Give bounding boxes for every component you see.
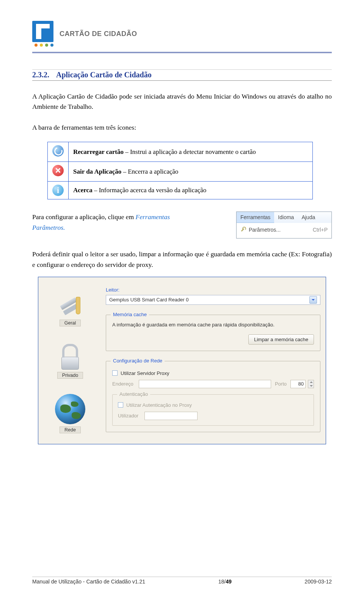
lock-icon (56, 342, 84, 370)
ferramentas-menu-screenshot: Ferramentas Idioma Ajuda Parâmetros... C… (236, 212, 332, 238)
footer-page-total: 49 (226, 579, 232, 585)
use-auth-checkbox[interactable] (118, 402, 123, 408)
icon-row-bold: Recarregar cartão (73, 148, 124, 155)
leitor-dropdown[interactable]: Gemplus USB Smart Card Reader 0 (106, 295, 320, 305)
intro-paragraph-1: A Aplicação Cartão de Cidadão pode ser i… (32, 91, 332, 112)
icon-row-text: Recarregar cartão – Instrui a aplicação … (69, 142, 313, 162)
menu-bar: Ferramentas Idioma Ajuda (237, 212, 331, 223)
cc-logo-dots-icon (35, 44, 53, 47)
icon-row-bold: Acerca (73, 187, 93, 194)
tab-geral[interactable]: Geral (44, 290, 97, 326)
menu-ajuda[interactable]: Ajuda (298, 212, 319, 223)
parametros-link-text: Parâmetros. (32, 224, 65, 231)
icon-row-bold: Sair da Aplicação (73, 168, 121, 175)
close-icon (52, 165, 64, 176)
footer-left: Manual de Utilização - Cartão de Cidadão… (32, 579, 145, 585)
menu-item-shortcut: Ctrl+P (313, 227, 328, 233)
configure-lead: Para configurar a aplicação, clique em (32, 213, 136, 221)
use-proxy-label: Utilizar Servidor Proxy (121, 370, 169, 376)
footer-date: 2009-03-12 (304, 579, 332, 585)
refresh-icon (52, 145, 64, 157)
header-logo-row: CARTÃO DE CIDADÃO (32, 21, 332, 47)
leitor-label: Leitor: (106, 287, 320, 293)
use-auth-label: Utilizar Autenticação no Proxy (126, 402, 192, 408)
wrench-icon (240, 227, 246, 232)
cache-groupbox: Memória cache A informação é guardada em… (106, 315, 320, 351)
auth-legend: Autenticação (117, 391, 150, 397)
menu-item-parametros[interactable]: Parâmetros... Ctrl+P (237, 225, 331, 234)
header-divider (32, 52, 332, 54)
leitor-value: Gemplus USB Smart Card Reader 0 (109, 297, 189, 303)
port-spinner[interactable] (308, 380, 314, 388)
icon-row-text: Acerca – Informação acerca da versão da … (69, 182, 313, 199)
chevron-down-icon[interactable] (309, 296, 317, 304)
section-number: 2.3.2. (32, 71, 49, 79)
menu-item-label: Parâmetros... (249, 227, 281, 233)
auth-groupbox: Autenticação Utilizar Autenticação no Pr… (112, 394, 314, 426)
icon-row-rest: – Instrui a aplicação a detectar novamen… (124, 148, 256, 155)
footer-page: 18/49 (218, 579, 232, 585)
tab-label: Geral (60, 320, 81, 326)
settings-geral-icon (53, 290, 87, 317)
use-proxy-checkbox[interactable] (112, 370, 118, 376)
address-label: Endereço (112, 381, 135, 387)
port-label: Porto (275, 381, 287, 387)
tab-rede[interactable]: Rede (44, 394, 97, 433)
address-input[interactable] (139, 380, 271, 388)
page-footer: Manual de Utilização - Cartão de Cidadão… (32, 577, 332, 585)
menu-ferramentas[interactable]: Ferramentas (237, 212, 274, 223)
ferramentas-link-text: Ferramentas (136, 213, 170, 221)
section-heading: 2.3.2. Aplicação Cartão de Cidadão (32, 69, 332, 81)
tab-label: Rede (60, 427, 81, 433)
brand-title: CARTÃO DE CIDADÃO (60, 30, 137, 38)
reader-block: Leitor: Gemplus USB Smart Card Reader 0 (106, 282, 320, 305)
section-title: Aplicação Cartão de Cidadão (56, 71, 152, 79)
cache-legend: Memória cache (111, 312, 149, 317)
menu-idioma[interactable]: Idioma (274, 212, 298, 223)
footer-page-current: 18 (218, 579, 224, 585)
settings-dialog: Geral Privado Rede Leitor: Gemplus (38, 277, 326, 444)
cc-logo-icon (32, 21, 53, 42)
icon-row-rest: – Encerra a aplicação (121, 168, 178, 175)
network-groupbox: Configuração de Rede Utilizar Servidor P… (106, 361, 320, 432)
icon-row-text: Sair da Aplicação – Encerra a aplicação (69, 162, 313, 182)
toolbar-icons-table: Recarregar cartão – Instrui a aplicação … (47, 142, 313, 199)
cache-text: A informação é guardada em memória cache… (112, 322, 314, 328)
port-input[interactable]: 80 (290, 380, 306, 388)
info-icon (52, 185, 64, 196)
globe-icon (55, 394, 85, 424)
network-legend: Configuração de Rede (111, 358, 165, 364)
user-label: Utilizador (118, 413, 141, 419)
icon-row-rest: – Informação acerca da versão da aplicaç… (93, 187, 207, 194)
tab-label: Privado (57, 372, 83, 379)
configure-paragraph: Para configurar a aplicação, clique em F… (32, 212, 236, 238)
tab-privado[interactable]: Privado (44, 342, 97, 379)
user-input[interactable] (144, 412, 198, 420)
intro-paragraph-2: A barra de ferramentas tem três ícones: (32, 122, 332, 133)
clear-cache-button[interactable]: Limpar a memória cache (248, 334, 314, 345)
explain-paragraph: Poderá definir qual o leitor a ser usado… (32, 249, 332, 270)
